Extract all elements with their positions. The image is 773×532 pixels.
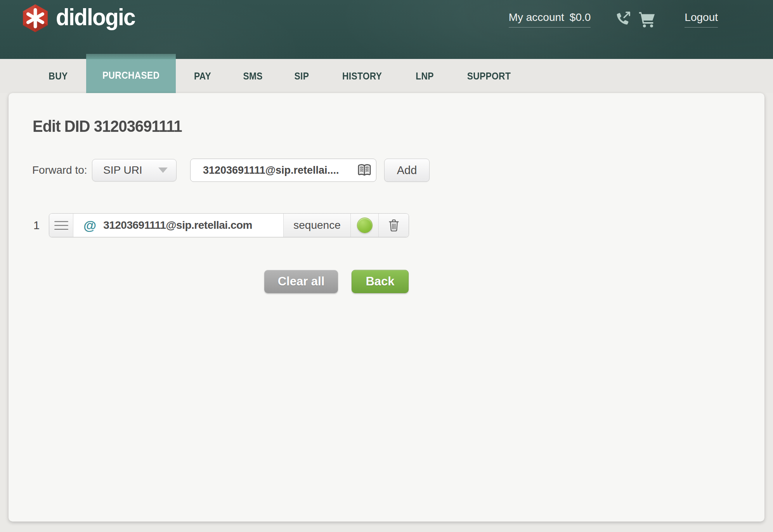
- tab-purchased-label: PURCHASED: [102, 69, 159, 81]
- account-balance: $0.0: [570, 11, 591, 23]
- destination-address: 31203691111@sip.retellai.com: [103, 219, 252, 231]
- tab-lnp[interactable]: LNP: [402, 59, 447, 93]
- my-account-label: My account: [509, 11, 564, 23]
- actions-bar: Clear all Back: [264, 270, 409, 293]
- destination-input[interactable]: [190, 159, 376, 182]
- clear-all-button-label: Clear all: [278, 275, 325, 288]
- add-button[interactable]: Add: [384, 159, 430, 182]
- tab-pay-label: PAY: [194, 70, 211, 82]
- brand-name: didlogic: [56, 3, 135, 31]
- tab-history-label: HISTORY: [342, 70, 382, 82]
- address-book-icon[interactable]: [357, 163, 372, 179]
- tab-history[interactable]: HISTORY: [327, 59, 397, 93]
- clear-all-button[interactable]: Clear all: [264, 270, 338, 293]
- ring-mode-label: sequence: [293, 219, 340, 231]
- destination-row-box: @ 31203691111@sip.retellai.com sequence: [49, 213, 409, 237]
- at-sign-icon: @: [83, 218, 96, 233]
- forward-to-label: Forward to:: [32, 164, 92, 176]
- forward-to-row: Forward to: SIP URI Add: [32, 159, 430, 182]
- tab-sms-label: SMS: [243, 70, 263, 82]
- chevron-down-icon: [158, 168, 168, 173]
- drag-handle-bar: [54, 229, 68, 230]
- nav-items: BUY PURCHASED PAY SMS SIP HISTORY LNP SU…: [0, 59, 773, 93]
- destination-row: 1 @ 31203691111@sip.retellai.com sequenc…: [24, 213, 409, 237]
- my-account-link[interactable]: My account$0.0: [509, 11, 591, 28]
- trash-icon: [388, 218, 400, 233]
- tab-lnp-label: LNP: [416, 70, 434, 82]
- logout-label: Logout: [685, 11, 718, 23]
- forward-type-select[interactable]: SIP URI: [92, 159, 177, 181]
- tab-support[interactable]: SUPPORT: [452, 59, 526, 93]
- brand[interactable]: didlogic: [23, 4, 142, 33]
- tab-buy-label: BUY: [49, 70, 68, 82]
- tab-sip[interactable]: SIP: [281, 59, 322, 93]
- tab-sms[interactable]: SMS: [229, 59, 276, 93]
- status-dot: [357, 218, 373, 233]
- drag-handle-bar: [54, 225, 68, 226]
- didlogic-logo-icon: [23, 4, 48, 33]
- app-header: didlogic My account$0.0 Logout: [0, 0, 773, 59]
- tab-support-label: SUPPORT: [467, 70, 511, 82]
- row-index: 1: [24, 219, 49, 232]
- cart-icon[interactable]: [638, 10, 656, 28]
- destination-address-cell[interactable]: @ 31203691111@sip.retellai.com: [73, 214, 284, 237]
- logout-link[interactable]: Logout: [685, 11, 718, 28]
- main-navbar: BUY PURCHASED PAY SMS SIP HISTORY LNP SU…: [0, 59, 773, 93]
- back-button-label: Back: [366, 275, 394, 288]
- header-right: My account$0.0 Logout: [509, 0, 718, 39]
- page-title: Edit DID 31203691111: [33, 117, 182, 136]
- delete-destination-cell[interactable]: [379, 214, 409, 237]
- destination-input-wrap: [190, 159, 376, 182]
- forward-type-selected-value: SIP URI: [103, 164, 142, 176]
- tab-buy[interactable]: BUY: [35, 59, 81, 93]
- drag-handle[interactable]: [49, 214, 73, 237]
- ring-mode-cell[interactable]: sequence: [284, 214, 351, 237]
- tab-purchased[interactable]: PURCHASED: [86, 54, 176, 93]
- tab-sip-label: SIP: [295, 70, 309, 82]
- status-toggle-cell[interactable]: [351, 214, 379, 237]
- drag-handle-bar: [54, 221, 68, 222]
- tab-pay[interactable]: PAY: [180, 59, 225, 93]
- add-button-label: Add: [397, 164, 417, 177]
- content-card: Edit DID 31203691111 Forward to: SIP URI…: [9, 93, 764, 522]
- back-button[interactable]: Back: [352, 270, 409, 293]
- outgoing-call-icon[interactable]: [615, 11, 632, 28]
